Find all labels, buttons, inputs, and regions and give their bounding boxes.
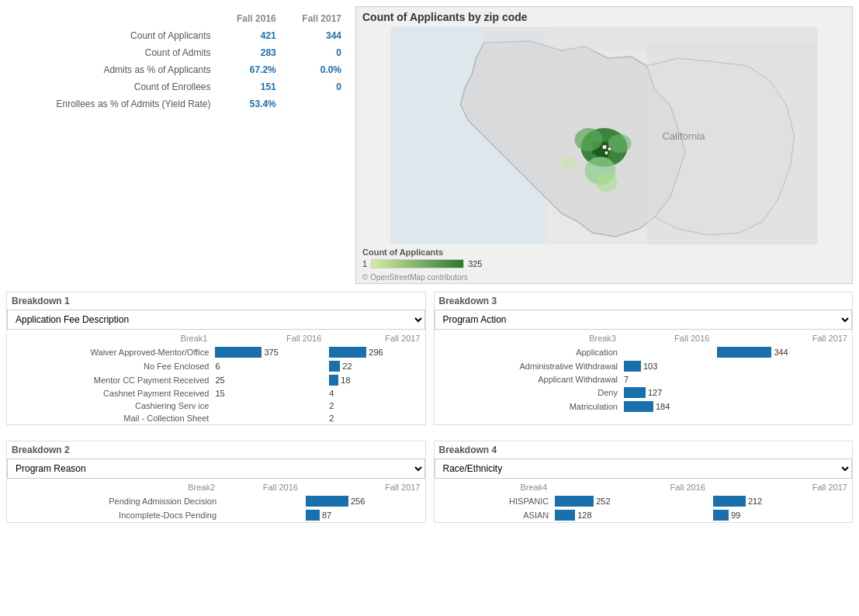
stats-row-val2016: 151 (217, 78, 282, 95)
row-val-2017 (714, 359, 852, 373)
breakdown1-dropdown[interactable]: Application Fee Description (7, 310, 425, 330)
breakdown1-panel: Breakdown 1 Application Fee Description … (6, 292, 426, 425)
row-label: HISPANIC (435, 494, 552, 508)
table-row: Mail - Collection Sheet2 (7, 412, 425, 424)
stats-row-val2017: 344 (282, 27, 348, 44)
row-val-2017: 296 (326, 345, 424, 359)
row-val-2016: 7 (621, 373, 714, 386)
row-val-2016 (212, 400, 326, 412)
row-val-2017: 212 (710, 494, 852, 508)
row-label: Pending Admission Decision (7, 494, 220, 508)
row-val-2017: 4 (326, 387, 424, 400)
row-label: No Fee Enclosed (7, 359, 212, 373)
breakdown4-dropdown[interactable]: Race/Ethnicity (435, 459, 853, 479)
table-row: Pending Admission Decision256 (7, 494, 425, 508)
b2-header-break: Break2 (7, 480, 220, 494)
svg-point-8 (608, 134, 632, 153)
stats-row: Count of Enrollees1510 (6, 78, 348, 95)
breakdown3-panel: Breakdown 3 Program Action Break3 Fall 2… (434, 292, 854, 425)
table-row: Cashiering Serv ice2 (7, 400, 425, 412)
stats-row-label: Count of Enrollees (6, 78, 217, 95)
table-row: Mentor CC Payment Received2518 (7, 373, 425, 387)
row-label: Cashiering Serv ice (7, 400, 212, 412)
row-val-2017: 22 (326, 359, 424, 373)
row-val-2017 (714, 400, 852, 414)
row-val-2017: 344 (714, 345, 852, 359)
legend-bar: 1 325 (362, 259, 846, 268)
breakdown3-dropdown[interactable]: Program Action (435, 310, 853, 330)
row-val-2017: 256 (303, 494, 425, 508)
table-row: Administrative Withdrawal103 (435, 359, 853, 373)
legend-label: Count of Applicants (362, 247, 846, 257)
table-row: Applicant Withdrawal7 (435, 373, 853, 386)
row-val-2017: 2 (326, 412, 424, 424)
table-row: Deny127 (435, 386, 853, 400)
b1-header-2016: Fall 2016 (212, 331, 326, 345)
row-val-2016: 127 (621, 386, 714, 400)
table-row: Cashnet Payment Received154 (7, 387, 425, 400)
stats-row-label: Enrollees as % of Admits (Yield Rate) (6, 95, 217, 112)
map-title: Count of Applicants by zip code (356, 7, 852, 27)
row-label: Deny (435, 386, 621, 400)
row-val-2016: 252 (552, 494, 710, 508)
table-row: HISPANIC252212 (435, 494, 853, 508)
legend-gradient (371, 259, 464, 268)
breakdowns-bottom: Breakdown 2 Program Reason Break2 Fall 2… (6, 441, 853, 523)
b2-header-2016: Fall 2016 (220, 480, 303, 494)
breakdown2-dropdown[interactable]: Program Reason (7, 459, 425, 479)
row-val-2017 (714, 373, 852, 386)
stats-row-label: Admits as % of Applicants (6, 61, 217, 78)
row-label: Waiver Approved-Mentor/Office (7, 345, 212, 359)
row-val-2016: 128 (552, 508, 710, 522)
svg-rect-14 (608, 147, 611, 151)
row-val-2017: 18 (326, 373, 424, 387)
row-val-2017: 99 (710, 508, 852, 522)
stats-row: Admits as % of Applicants67.2%0.0% (6, 61, 348, 78)
row-val-2016 (220, 508, 303, 522)
map-svg-container: California (356, 27, 852, 244)
row-val-2016: 375 (212, 345, 326, 359)
row-val-2016 (621, 345, 714, 359)
breakdown2-table: Break2 Fall 2016 Fall 2017 Pending Admis… (7, 480, 425, 522)
row-label: Mentor CC Payment Received (7, 373, 212, 387)
stats-row: Enrollees as % of Admits (Yield Rate)53.… (6, 95, 348, 112)
row-label: Application (435, 345, 621, 359)
breakdown4-title: Breakdown 4 (435, 441, 853, 459)
table-row: Application344 (435, 345, 853, 359)
row-val-2016: 184 (621, 400, 714, 414)
stats-col-2016: Fall 2016 (217, 10, 282, 27)
stats-table-container: Fall 2016 Fall 2017 Count of Applicants4… (6, 6, 348, 284)
row-label: Matriculation (435, 400, 621, 414)
svg-rect-13 (603, 145, 607, 149)
row-val-2017 (714, 386, 852, 400)
california-map-svg: California (356, 27, 852, 244)
row-val-2016: 15 (212, 387, 326, 400)
svg-rect-3 (484, 27, 818, 50)
stats-row-val2016: 421 (217, 27, 282, 44)
breakdown2-panel: Breakdown 2 Program Reason Break2 Fall 2… (6, 441, 426, 523)
breakdown4-table: Break4 Fall 2016 Fall 2017 HISPANIC25221… (435, 480, 853, 522)
stats-row-val2017: 0 (282, 44, 348, 61)
b4-header-2016: Fall 2016 (552, 480, 710, 494)
stats-row-val2017 (282, 95, 348, 112)
breakdown3-title: Breakdown 3 (435, 292, 853, 310)
row-label: Mail - Collection Sheet (7, 412, 212, 424)
b2-header-2017: Fall 2017 (303, 480, 425, 494)
legend-max: 325 (468, 259, 482, 268)
stats-row-val2016: 67.2% (217, 61, 282, 78)
svg-point-7 (575, 128, 603, 151)
map-attribution: © OpenStreetMap contributors (356, 272, 852, 283)
stats-col-2017: Fall 2017 (282, 10, 348, 27)
stats-row: Count of Applicants421344 (6, 27, 348, 44)
stats-row-val2016: 53.4% (217, 95, 282, 112)
stats-row-label: Count of Admits (6, 44, 217, 61)
legend-area: Count of Applicants 1 325 (356, 244, 852, 272)
stats-row-val2017: 0.0% (282, 61, 348, 78)
row-label: Applicant Withdrawal (435, 373, 621, 386)
table-row: Matriculation184 (435, 400, 853, 414)
breakdown1-title: Breakdown 1 (7, 292, 425, 310)
top-section: Fall 2016 Fall 2017 Count of Applicants4… (6, 6, 853, 284)
svg-rect-15 (605, 151, 608, 154)
stats-row-val2017: 0 (282, 78, 348, 95)
b4-header-2017: Fall 2017 (710, 480, 852, 494)
